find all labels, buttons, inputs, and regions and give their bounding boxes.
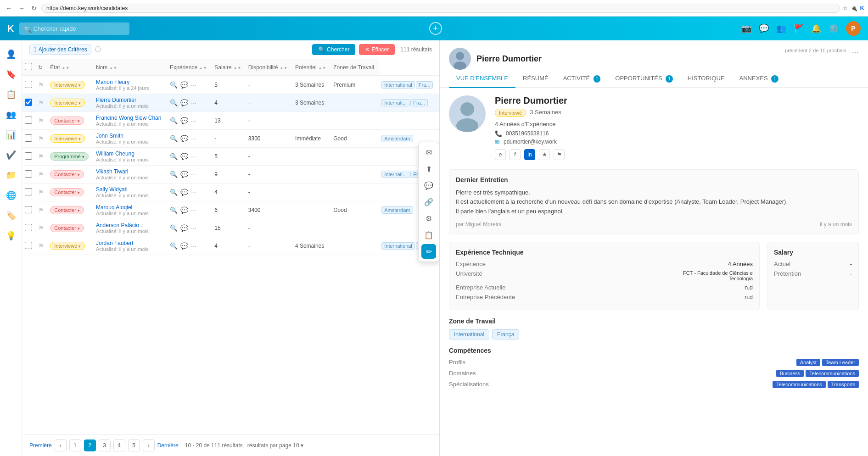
col-exp[interactable]: Expérience ▲▼ — [167, 59, 212, 76]
chat-action-icon[interactable]: 💬 — [180, 242, 188, 250]
col-status[interactable]: État ▲▼ — [47, 59, 93, 76]
fp-copy-icon[interactable]: 📋 — [421, 228, 436, 242]
more-action-icon[interactable]: ··· — [191, 189, 196, 196]
refresh-button[interactable]: ↻ — [29, 4, 39, 13]
zone-tag[interactable]: Amsterdam — [381, 135, 413, 142]
zone-tag-franca[interactable]: França — [492, 329, 519, 339]
sidebar-item-list[interactable]: 📋 — [3, 86, 19, 103]
candidate-name-link[interactable]: Sally Widyati — [96, 186, 164, 193]
info-icon[interactable]: ⓘ — [95, 45, 101, 54]
profile-status-badge[interactable]: Interviewé — [495, 109, 526, 117]
email-address[interactable]: pdumortier@key.work — [504, 139, 557, 145]
sidebar-item-user[interactable]: 👤 — [3, 46, 19, 62]
col-salary[interactable]: Salaire ▲▼ — [212, 59, 246, 76]
page-1-button[interactable]: 1 — [69, 439, 81, 451]
tag-analyst[interactable]: Analyst — [796, 359, 820, 366]
status-badge[interactable]: Contacter ▾ — [50, 170, 84, 178]
social-icon-linkedin[interactable]: in — [524, 149, 535, 160]
status-badge[interactable]: Contacter ▾ — [50, 206, 84, 214]
sidebar-item-chart[interactable]: 📊 — [3, 127, 19, 143]
chat-action-icon[interactable]: 💬 — [180, 135, 188, 142]
chat-action-icon[interactable]: 💬 — [180, 189, 188, 196]
users-icon[interactable]: 👥 — [776, 23, 786, 33]
social-icon-2[interactable]: f — [510, 149, 521, 160]
zone-tag-international[interactable]: International — [449, 329, 489, 339]
filter-input[interactable] — [105, 44, 308, 55]
first-page-link[interactable]: Première — [29, 442, 52, 449]
more-action-icon[interactable]: ··· — [191, 242, 196, 250]
row-checkbox[interactable] — [25, 224, 32, 231]
tab-activite[interactable]: ACTIVITÉ 1 — [556, 70, 608, 88]
tab-opportunites[interactable]: OPPORTUNITÉS 1 — [608, 70, 680, 88]
more-action-icon[interactable]: ··· — [191, 99, 196, 106]
row-checkbox[interactable] — [25, 188, 32, 195]
fp-edit-icon[interactable]: ✏ — [421, 244, 436, 259]
search-button[interactable]: 🔍 Chercher — [312, 44, 355, 55]
url-bar[interactable] — [41, 4, 840, 13]
more-action-icon[interactable]: ··· — [191, 224, 196, 232]
phone-number[interactable]: 00351965638116 — [506, 130, 549, 137]
next-page-button[interactable]: › — [143, 439, 155, 451]
social-icon-4[interactable]: ★ — [539, 149, 550, 160]
zone-tag[interactable]: Fra... — [410, 99, 428, 106]
candidate-name-link[interactable]: Pierre Dumortier — [96, 97, 164, 103]
settings-icon[interactable]: ⚙️ — [829, 23, 839, 33]
sidebar-item-bulb[interactable]: 💡 — [3, 228, 19, 244]
chat-action-icon[interactable]: 💬 — [180, 171, 188, 178]
social-icon-1[interactable]: e — [495, 149, 506, 160]
row-checkbox[interactable] — [25, 242, 32, 249]
chat-icon[interactable]: 💬 — [759, 23, 769, 33]
status-badge[interactable]: Interviewé ▾ — [50, 99, 85, 107]
more-action-icon[interactable]: ··· — [191, 81, 196, 89]
search-action-icon[interactable]: 🔍 — [170, 153, 178, 160]
prev-page-button[interactable]: ‹ — [55, 439, 67, 451]
status-badge[interactable]: Contacter ▾ — [50, 188, 84, 196]
col-name[interactable]: Nom ▲▼ — [93, 59, 167, 76]
last-page-link[interactable]: Dernière — [157, 442, 179, 449]
status-badge[interactable]: Interviewé ▾ — [50, 134, 85, 143]
chat-action-icon[interactable]: 💬 — [180, 81, 188, 89]
tab-annexes[interactable]: ANNEXES 1 — [732, 70, 786, 88]
candidate-name-link[interactable]: William Cheung — [96, 150, 164, 157]
chat-action-icon[interactable]: 💬 — [180, 99, 188, 106]
col-avail[interactable]: Disponibilité ▲▼ — [246, 59, 292, 76]
more-action-icon[interactable]: ··· — [191, 135, 196, 142]
more-action-icon[interactable]: ··· — [191, 117, 196, 124]
social-icon-5[interactable]: ⚑ — [554, 149, 565, 160]
bookmark-icon[interactable]: ☆ — [843, 5, 848, 11]
add-button[interactable]: + — [429, 22, 442, 35]
fp-upload-icon[interactable]: ⬆ — [421, 161, 436, 176]
search-action-icon[interactable]: 🔍 — [170, 117, 178, 124]
status-badge[interactable]: Interviewé ▾ — [50, 242, 85, 250]
status-badge[interactable]: Contacter ▾ — [50, 224, 84, 232]
search-action-icon[interactable]: 🔍 — [170, 242, 178, 250]
page-2-button[interactable]: 2 — [84, 439, 96, 451]
row-checkbox[interactable] — [25, 99, 32, 106]
tab-resume[interactable]: RÉSUMÉ — [515, 70, 556, 88]
sidebar-item-candidates[interactable]: 👥 — [3, 106, 19, 123]
fp-chat-icon[interactable]: 💬 — [421, 178, 436, 193]
tag-telecommunications[interactable]: Telecommunications — [806, 370, 859, 377]
chat-action-icon[interactable]: 💬 — [180, 224, 188, 232]
prev-next-nav[interactable]: précédent 2 de 10 prochain — [785, 48, 846, 57]
row-checkbox[interactable] — [25, 134, 32, 142]
sidebar-item-bookmark[interactable]: 🔖 — [3, 66, 19, 83]
camera-icon[interactable]: 📷 — [741, 23, 751, 33]
row-checkbox[interactable] — [25, 152, 32, 160]
fp-link-icon[interactable]: 🔗 — [421, 195, 436, 209]
page-3-button[interactable]: 3 — [99, 439, 111, 451]
row-checkbox[interactable] — [25, 117, 32, 124]
tab-historique[interactable]: HISTORIQUE — [680, 70, 732, 88]
chat-action-icon[interactable]: 💬 — [180, 206, 188, 214]
candidate-name-link[interactable]: Anderson Palácio .. — [96, 222, 164, 228]
more-action-icon[interactable]: ··· — [191, 153, 196, 160]
zone-tag[interactable]: Amsterdam — [381, 206, 413, 214]
zone-tag[interactable]: International — [381, 242, 415, 250]
page-5-button[interactable]: 5 — [128, 439, 140, 451]
status-badge[interactable]: Contacter ▾ — [50, 117, 84, 125]
search-action-icon[interactable]: 🔍 — [170, 206, 178, 214]
sidebar-item-check[interactable]: ✔️ — [3, 147, 19, 163]
chat-action-icon[interactable]: 💬 — [180, 153, 188, 160]
col-refresh[interactable]: ↻ — [35, 59, 47, 76]
tag-business[interactable]: Business — [776, 370, 804, 377]
